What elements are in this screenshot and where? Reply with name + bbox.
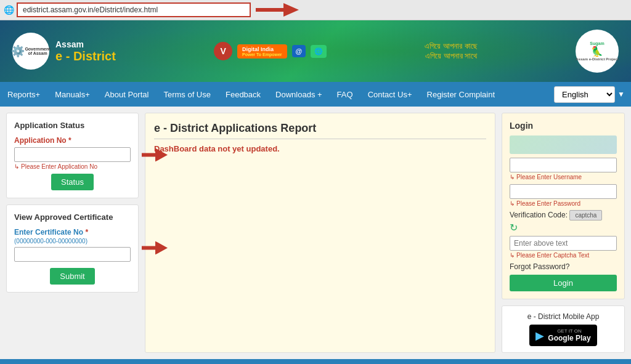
cert-format-hint: (00000000-000-00000000) xyxy=(14,238,131,245)
google-play-label: Google Play xyxy=(548,334,590,342)
dropdown-arrow-icon: ▼ xyxy=(617,90,625,99)
report-title: e - District Applications Report xyxy=(154,122,486,139)
sugam-logo: Sugam 🦜 Assam e-District Project xyxy=(576,30,619,73)
right-panel: Login ↳ Please Enter Username ↳ Please E… xyxy=(502,113,625,353)
get-it-on-label: GET IT ON xyxy=(548,328,590,334)
nav-faq[interactable]: FAQ xyxy=(330,82,360,107)
nav-feedback[interactable]: Feedback xyxy=(218,82,268,107)
forgot-password-link[interactable]: Forgot Password? xyxy=(510,262,617,271)
google-play-button[interactable]: ▶ GET IT ON Google Play xyxy=(529,325,596,346)
vi-logo: V xyxy=(214,42,232,60)
username-validation: ↳ Please Enter Username xyxy=(510,174,617,180)
application-no-label: Application No * xyxy=(14,136,131,145)
password-validation: ↳ Please Enter Password xyxy=(510,200,617,207)
nav-reports[interactable]: Reports+ xyxy=(0,82,47,107)
digital-india-logo: Digital India Power To Empower xyxy=(237,44,287,59)
left-panel: Application Status Application No * ↳ Pl… xyxy=(6,113,139,353)
certificate-box: View Approved Certificate Enter Certific… xyxy=(6,204,139,293)
login-bg-image xyxy=(510,135,617,154)
cert-no-label: Enter Certificate No * xyxy=(14,228,131,237)
header-title-line2: e - District xyxy=(55,49,116,63)
govt-logo: ⚙️ Government of Assam xyxy=(12,33,49,70)
navigation-bar: Reports+ Manuals+ About Portal Terms of … xyxy=(0,82,631,107)
language-dropdown[interactable]: English Assamese xyxy=(554,86,615,103)
certificate-title: View Approved Certificate xyxy=(14,212,131,222)
captcha-refresh-row: ↻ xyxy=(510,222,617,233)
nav-about[interactable]: About Portal xyxy=(97,82,157,107)
at-logo: @ xyxy=(292,45,306,57)
google-play-icon: ▶ xyxy=(535,329,544,342)
verification-label: Verification Code: captcha xyxy=(510,211,617,219)
captcha-image: captcha xyxy=(569,210,602,220)
login-title: Login xyxy=(510,121,617,131)
captcha-input[interactable] xyxy=(510,236,617,251)
submit-button[interactable]: Submit xyxy=(50,268,94,285)
password-input[interactable] xyxy=(510,184,617,199)
application-no-input[interactable] xyxy=(14,147,131,162)
certificate-arrow-indicator xyxy=(142,241,168,256)
center-panel: e - District Applications Report DashBoa… xyxy=(145,113,495,353)
mobile-app-box: e - District Mobile App ▶ GET IT ON Goog… xyxy=(502,305,625,353)
svg-marker-1 xyxy=(142,148,168,161)
header-banner: ⚙️ Government of Assam Assam e - Distric… xyxy=(0,20,631,82)
captcha-validation: ↳ Please Enter Captcha Text xyxy=(510,252,617,259)
tagline: এগিয়ে আপনার কাছে এগিয়ে আপনার সাথে xyxy=(425,41,477,61)
refresh-captcha-icon[interactable]: ↻ xyxy=(510,222,518,233)
nav-terms[interactable]: Terms of Use xyxy=(156,82,218,107)
address-bar[interactable]: edistrict.assam.gov.in/eDistrict/index.h… xyxy=(17,2,251,17)
nav-contact[interactable]: Contact Us+ xyxy=(360,82,420,107)
url-text: edistrict.assam.gov.in/eDistrict/index.h… xyxy=(23,6,158,14)
svg-marker-2 xyxy=(142,241,168,254)
mobile-app-title: e - District Mobile App xyxy=(508,312,618,321)
address-arrow-indicator xyxy=(256,3,299,17)
dashboard-warning: DashBoard data not yet updated. xyxy=(154,144,486,153)
application-status-title: Application Status xyxy=(14,121,131,130)
language-selector-container: English Assamese ▼ xyxy=(554,86,625,103)
application-status-box: Application Status Application No * ↳ Pl… xyxy=(6,113,139,198)
status-button[interactable]: Status xyxy=(51,174,94,190)
svg-marker-0 xyxy=(256,3,299,17)
nav-complaint[interactable]: Register Complaint xyxy=(420,82,503,107)
footer: Copyright @ 2015 Department of Informati… xyxy=(0,359,631,364)
certificate-no-input[interactable] xyxy=(14,247,131,262)
extra-logo: 🌐 xyxy=(311,45,327,58)
application-no-validation: ↳ Please Enter Application No xyxy=(14,163,131,170)
nav-downloads[interactable]: Downloads + xyxy=(268,82,330,107)
username-input[interactable] xyxy=(510,158,617,172)
nav-manuals[interactable]: Manuals+ xyxy=(47,82,97,107)
browser-tab-icon: 🌐 xyxy=(4,5,14,15)
status-arrow-indicator xyxy=(142,148,168,163)
login-button[interactable]: Login xyxy=(510,275,617,291)
header-title-line1: Assam xyxy=(55,39,116,49)
login-box: Login ↳ Please Enter Username ↳ Please E… xyxy=(502,113,625,299)
